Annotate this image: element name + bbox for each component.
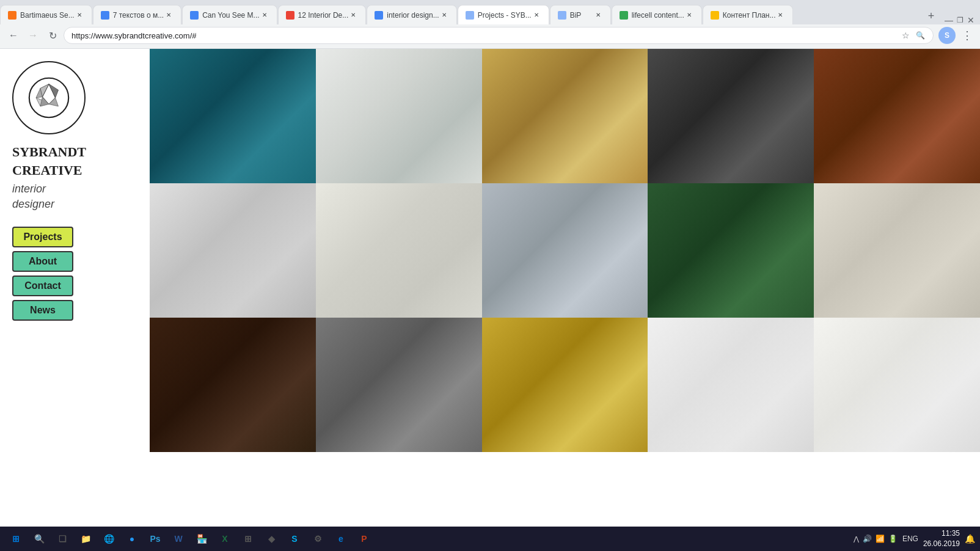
project-image-7 [316, 183, 482, 318]
tab-close-button[interactable]: ✕ [75, 10, 84, 20]
grid-item[interactable] [814, 318, 980, 452]
grid-item[interactable] [482, 318, 648, 452]
tab-close-button[interactable]: ✕ [260, 10, 269, 20]
url-bar[interactable]: https://www.sybrandtcreative.com/# ☆ 🔍 [64, 27, 934, 44]
reload-button[interactable]: ↻ [44, 27, 61, 44]
taskbar-internet-explorer[interactable]: 🌐 [98, 528, 120, 550]
tab-favicon [558, 11, 566, 20]
nav-news[interactable]: News [12, 300, 73, 321]
maximize-button[interactable]: ❐ [956, 16, 964, 24]
close-window-button[interactable]: ✕ [967, 16, 975, 24]
project-image-8 [482, 183, 648, 318]
nav-about[interactable]: About [12, 251, 73, 272]
grid-item[interactable] [814, 49, 980, 183]
taskbar-chrome[interactable]: ● [121, 528, 143, 550]
grid-item[interactable] [648, 318, 814, 452]
project-image-15 [814, 318, 980, 452]
tab-close-button[interactable]: ✕ [593, 10, 603, 20]
lang-indicator[interactable]: ENG [902, 535, 918, 543]
nav-projects[interactable]: Projects [12, 227, 73, 247]
grid-item[interactable] [316, 318, 482, 452]
tab-favicon [375, 11, 383, 20]
taskbar-powerpoint[interactable]: P [353, 528, 375, 550]
url-text: https://www.sybrandtcreative.com/# [71, 31, 196, 40]
tab-close-button[interactable]: ✕ [439, 10, 449, 20]
grid-item[interactable] [814, 183, 980, 318]
taskbar-file-explorer[interactable]: 📁 [75, 528, 97, 550]
network-icon[interactable]: 📶 [876, 535, 885, 543]
back-button[interactable]: ← [5, 27, 22, 44]
grid-item[interactable] [316, 183, 482, 318]
forward-button[interactable]: → [24, 27, 42, 44]
tab-8[interactable]: lifecell content... ✕ [612, 5, 702, 24]
taskbar-settings[interactable]: ⚙ [307, 528, 329, 550]
grid-item[interactable] [648, 49, 814, 183]
tab-label: Контент План... [723, 11, 776, 20]
logo-container[interactable] [12, 61, 86, 134]
tab-close-button[interactable]: ✕ [684, 10, 694, 20]
taskbar-photoshop[interactable]: Ps [144, 528, 166, 550]
tab-label: Bartimaeus Se... [20, 11, 75, 20]
tab-favicon [8, 11, 16, 20]
battery-icon[interactable]: 🔋 [888, 535, 898, 543]
bookmark-star-icon[interactable]: ☆ [900, 30, 911, 41]
project-image-2 [316, 49, 482, 183]
taskbar-search[interactable]: 🔍 [28, 528, 50, 550]
grid-item[interactable] [150, 49, 316, 183]
tab-6[interactable]: Projects - SYB... ✕ [458, 5, 549, 24]
grid-item[interactable] [150, 318, 316, 452]
tab-9[interactable]: Контент План... ✕ [703, 5, 794, 24]
taskbar-calculator[interactable]: ⊞ [237, 528, 259, 550]
notification-icon[interactable]: 🔔 [965, 534, 975, 544]
menu-button[interactable]: ⋮ [958, 27, 975, 44]
tab-4[interactable]: 12 Interior De... ✕ [278, 5, 367, 24]
grid-item[interactable] [482, 183, 648, 318]
grid-item[interactable] [648, 183, 814, 318]
tab-7[interactable]: BiP ✕ [550, 5, 611, 24]
system-tray: ⋀ 🔊 📶 🔋 [854, 535, 898, 543]
grid-item[interactable] [482, 49, 648, 183]
speaker-icon[interactable]: 🔊 [863, 535, 872, 543]
nav-contact[interactable]: Contact [12, 276, 73, 296]
tab-5[interactable]: interior design... ✕ [367, 5, 456, 24]
clock-date: 26.06.2019 [923, 539, 960, 549]
tab-bar: Bartimaeus Se... ✕ 7 текстов о м... ✕ Ca… [0, 0, 980, 24]
taskbar-skype[interactable]: S [283, 528, 305, 550]
taskbar-task-view[interactable]: ❑ [51, 528, 73, 550]
project-image-10 [814, 183, 980, 318]
clock-time: 11:35 [923, 528, 960, 539]
minimize-button[interactable]: — [945, 16, 953, 24]
taskbar-right: ⋀ 🔊 📶 🔋 ENG 11:35 26.06.2019 🔔 [854, 528, 975, 549]
browser-chrome: Bartimaeus Se... ✕ 7 текстов о м... ✕ Ca… [0, 0, 980, 49]
brand-tagline-line1: interior designer [12, 181, 54, 212]
tab-close-button[interactable]: ✕ [532, 10, 541, 20]
taskbar-start[interactable]: ⊞ [5, 528, 27, 550]
taskbar-edge[interactable]: e [330, 528, 352, 550]
tab-close-button[interactable]: ✕ [775, 10, 785, 20]
svg-marker-7 [40, 97, 49, 106]
project-image-4 [648, 49, 814, 183]
clock[interactable]: 11:35 26.06.2019 [923, 528, 960, 549]
lens-icon[interactable]: 🔍 [915, 30, 926, 41]
tab-3[interactable]: Can You See M... ✕ [182, 5, 277, 24]
tab-label: interior design... [387, 11, 439, 20]
tab-close-button[interactable]: ✕ [164, 10, 174, 20]
profile-avatar[interactable]: S [938, 27, 956, 44]
svg-marker-9 [49, 98, 58, 106]
tab-close-button[interactable]: ✕ [348, 10, 358, 20]
project-image-5 [814, 49, 980, 183]
taskbar-word[interactable]: W [167, 528, 189, 550]
tab-2[interactable]: 7 текстов о м... ✕ [93, 5, 181, 24]
taskbar-app12[interactable]: ◆ [260, 528, 282, 550]
project-image-6 [150, 183, 316, 318]
new-tab-button[interactable]: + [923, 7, 940, 24]
tab-favicon [466, 11, 474, 20]
grid-item[interactable] [150, 183, 316, 318]
projects-grid [150, 49, 980, 452]
taskbar-excel[interactable]: X [214, 528, 236, 550]
tab-1[interactable]: Bartimaeus Se... ✕ [0, 5, 92, 24]
tray-arrow[interactable]: ⋀ [854, 535, 859, 543]
taskbar-windows-store[interactable]: 🏪 [191, 528, 213, 550]
brand-logo [27, 76, 70, 119]
grid-item[interactable] [316, 49, 482, 183]
